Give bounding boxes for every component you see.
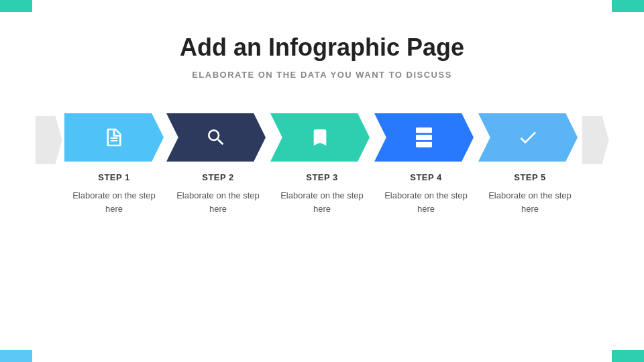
step-label-4: STEP 4 [410, 172, 442, 182]
step-description-3: Elaborate on the step here [278, 189, 366, 215]
step-chevron-3 [270, 113, 370, 162]
step-description-1: Elaborate on the step here [70, 189, 158, 215]
step-wrapper-4: STEP 4Elaborate on the step here [374, 113, 478, 215]
page-content: Add an Infographic Page ELABORATE ON THE… [0, 0, 644, 215]
step-chevron-4 [374, 113, 474, 162]
step-label-2: STEP 2 [202, 172, 234, 182]
corner-decoration-br [612, 350, 644, 362]
corner-decoration-tl [0, 0, 32, 12]
step-chevron-2 [166, 113, 266, 162]
step-wrapper-5: STEP 5Elaborate on the step here [478, 113, 582, 215]
step-label-1: STEP 1 [98, 172, 130, 182]
side-arrow-right [582, 116, 609, 164]
corner-decoration-tr [612, 0, 644, 12]
step-label-5: STEP 5 [514, 172, 546, 182]
step-chevron-1 [64, 113, 164, 162]
corner-decoration-bl [0, 350, 32, 362]
step-wrapper-1: STEP 1Elaborate on the step here [62, 113, 166, 215]
step-label-3: STEP 3 [306, 172, 338, 182]
step-description-5: Elaborate on the step here [486, 189, 574, 215]
page-title: Add an Infographic Page [180, 34, 464, 62]
step-description-4: Elaborate on the step here [382, 189, 470, 215]
step-wrapper-2: STEP 2Elaborate on the step here [166, 113, 270, 215]
step-wrapper-3: STEP 3Elaborate on the step here [270, 113, 374, 215]
step-description-2: Elaborate on the step here [174, 189, 262, 215]
side-arrow-left [36, 116, 62, 164]
step-chevron-5 [478, 113, 578, 162]
page-subtitle: ELABORATE ON THE DATA YOU WANT TO DISCUS… [192, 70, 452, 80]
